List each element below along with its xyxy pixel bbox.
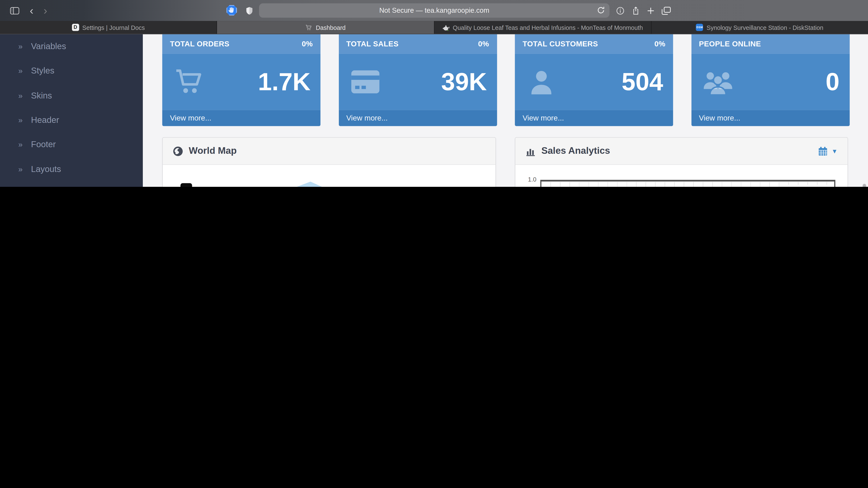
world-map-header: World Map xyxy=(163,138,495,165)
tile-percent: 0% xyxy=(478,40,489,48)
sidebar-item-label: Layouts xyxy=(31,164,61,174)
view-more-link[interactable]: View more... xyxy=(699,114,740,122)
bar-chart-icon xyxy=(525,146,536,156)
calendar-caret-icon[interactable]: ▼ xyxy=(832,148,837,154)
tile-title: TOTAL CUSTOMERS xyxy=(523,40,598,48)
calendar-range-icon[interactable] xyxy=(818,146,828,156)
tab-title: Settings | Journal Docs xyxy=(82,24,145,31)
url-text: Not Secure — tea.kangaroopie.com xyxy=(379,6,489,14)
tile-title: PEOPLE ONLINE xyxy=(699,40,761,48)
browser-toolbar: ‹ › Not Secure — tea.kangaroopie.com xyxy=(0,0,868,21)
tab-title: Dashboard xyxy=(316,24,346,31)
browser-tab-quality[interactable]: Quality Loose Leaf Teas and Herbal Infus… xyxy=(434,21,651,34)
world-map-body: + − xyxy=(163,165,495,187)
double-chevron-icon: » xyxy=(18,67,27,76)
sales-chart: OrdersCustomers 1.00.50.0-0.5-1.0 010203… xyxy=(516,165,847,187)
tile-value: 1.7K xyxy=(258,68,310,96)
tile-percent: 0% xyxy=(654,40,665,48)
double-chevron-icon: » xyxy=(18,140,27,149)
tile-footer: View more... xyxy=(691,110,849,126)
view-more-link[interactable]: View more... xyxy=(346,114,388,122)
url-bar[interactable]: Not Secure — tea.kangaroopie.com xyxy=(259,3,610,18)
sidebar-item-skins[interactable]: »Skins xyxy=(0,84,143,108)
y-axis-tick-label: 1.0 xyxy=(516,176,536,183)
cart-favicon xyxy=(305,24,313,31)
sidebar-item-header[interactable]: »Header xyxy=(0,108,143,132)
tile-footer: View more... xyxy=(515,110,673,126)
tile-value: 504 xyxy=(622,68,663,96)
teapot-favicon xyxy=(442,24,450,31)
sidebar-item-label: Styles xyxy=(31,66,54,76)
tile-percent: 0% xyxy=(302,40,313,48)
tile-footer: View more... xyxy=(162,110,320,126)
stat-tile-total-customers: TOTAL CUSTOMERS0%504View more... xyxy=(515,34,673,126)
new-tab-icon[interactable] xyxy=(645,5,656,16)
reader-info-icon[interactable] xyxy=(615,5,626,16)
sales-analytics-panel: Sales Analytics ▼ OrdersCustomers 1.00.5… xyxy=(515,137,848,187)
double-chevron-icon: » xyxy=(18,42,27,51)
sidebar-item-label: Variables xyxy=(31,41,66,52)
sidebar-item-label: Skins xyxy=(31,91,52,101)
dsm-favicon: DSM xyxy=(696,24,703,31)
sales-analytics-header: Sales Analytics ▼ xyxy=(516,138,847,165)
world-map-panel: World Map + − xyxy=(162,137,496,187)
sidebar: »Variables»Styles»Skins»Header»Footer»La… xyxy=(0,34,143,187)
browser-tab-synology[interactable]: DSMSynology Surveillance Station - DiskS… xyxy=(651,21,868,34)
cart-icon xyxy=(172,67,205,97)
tile-header: TOTAL ORDERS0% xyxy=(162,34,320,54)
journal-docs-favicon: D xyxy=(72,24,79,31)
tab-overview-icon[interactable] xyxy=(660,5,671,16)
stat-tile-total-orders: TOTAL ORDERS0%1.7KView more... xyxy=(162,34,320,126)
content-blocker-hand-icon[interactable] xyxy=(226,5,237,16)
privacy-shield-icon[interactable] xyxy=(244,5,254,16)
globe-icon xyxy=(173,146,183,156)
sidebar-item-layouts[interactable]: »Layouts xyxy=(0,157,143,182)
users-icon xyxy=(701,67,734,97)
world-map-title: World Map xyxy=(189,145,237,157)
card-icon xyxy=(348,67,382,97)
reload-icon[interactable] xyxy=(597,6,605,14)
share-icon[interactable] xyxy=(630,5,641,16)
tile-header: PEOPLE ONLINE xyxy=(691,34,849,54)
double-chevron-icon: » xyxy=(18,165,27,174)
sidebar-item-variables[interactable]: »Variables xyxy=(0,34,143,59)
browser-tab-settings[interactable]: DSettings | Journal Docs xyxy=(0,21,217,34)
browser-tab-dashboard[interactable]: Dashboard xyxy=(217,21,434,34)
tile-body: 1.7K xyxy=(162,54,320,110)
chart-plot-area: OrdersCustomers xyxy=(540,180,835,187)
world-map-graphic[interactable] xyxy=(183,173,479,187)
stat-tiles: TOTAL ORDERS0%1.7KView more...TOTAL SALE… xyxy=(162,34,849,126)
back-button[interactable]: ‹ xyxy=(26,5,37,16)
sidebar-toggle-icon[interactable] xyxy=(9,5,20,16)
view-more-link[interactable]: View more... xyxy=(523,114,564,122)
sidebar-item-label: Header xyxy=(31,115,59,125)
tile-value: 39K xyxy=(441,68,487,96)
tile-header: TOTAL CUSTOMERS0% xyxy=(515,34,673,54)
vertical-scrollbar[interactable] xyxy=(863,184,866,187)
user-icon xyxy=(525,67,558,97)
tile-body: 39K xyxy=(338,54,497,110)
forward-button[interactable]: › xyxy=(40,5,51,16)
sidebar-item-styles[interactable]: »Styles xyxy=(0,59,143,84)
view-more-link[interactable]: View more... xyxy=(170,114,211,122)
screen: ‹ › Not Secure — tea.kangaroopie.com DSe… xyxy=(0,0,868,187)
tile-title: TOTAL SALES xyxy=(346,40,399,48)
tile-footer: View more... xyxy=(338,110,497,126)
tile-header: TOTAL SALES0% xyxy=(338,34,497,54)
sidebar-item-footer[interactable]: »Footer xyxy=(0,132,143,157)
chart-legend: OrdersCustomers xyxy=(784,185,831,187)
sidebar-item-label: Footer xyxy=(31,140,56,150)
double-chevron-icon: » xyxy=(18,91,27,100)
tab-title: Synology Surveillance Station - DiskStat… xyxy=(707,24,823,31)
stat-tile-total-sales: TOTAL SALES0%39KView more... xyxy=(338,34,497,126)
tab-title: Quality Loose Leaf Teas and Herbal Infus… xyxy=(453,24,643,31)
stat-tile-people-online: PEOPLE ONLINE0View more... xyxy=(691,34,849,126)
sidebar-item-modules[interactable]: »Modules xyxy=(0,182,143,187)
tab-bar: DSettings | Journal DocsDashboardQuality… xyxy=(0,21,868,34)
double-chevron-icon: » xyxy=(18,116,27,125)
tile-value: 0 xyxy=(826,68,839,96)
tile-body: 0 xyxy=(691,54,849,110)
admin-dashboard-page: »Variables»Styles»Skins»Header»Footer»La… xyxy=(0,34,868,187)
sales-analytics-title: Sales Analytics xyxy=(541,145,610,157)
tile-title: TOTAL ORDERS xyxy=(170,40,229,48)
